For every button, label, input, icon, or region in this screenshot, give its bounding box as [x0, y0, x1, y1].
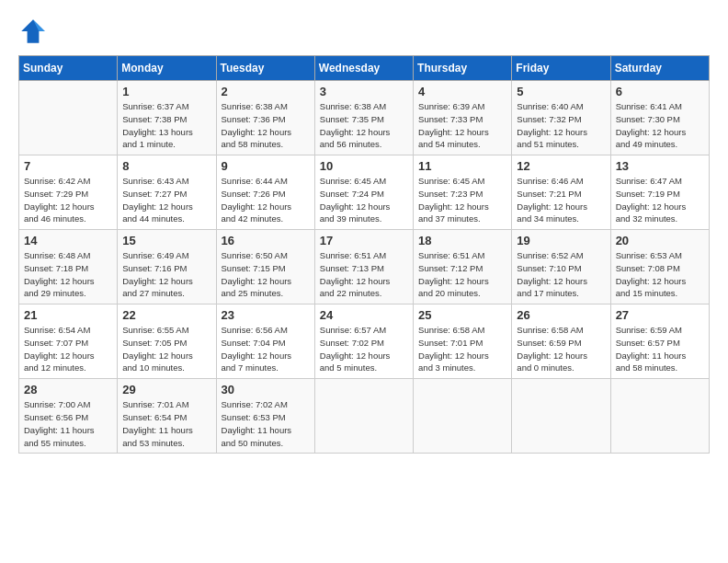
calendar-cell: 27Sunrise: 6:59 AM Sunset: 6:57 PM Dayli… [610, 304, 709, 379]
day-number: 18 [418, 234, 506, 247]
day-info: Sunrise: 6:56 AM Sunset: 7:04 PM Dayligh… [222, 324, 310, 374]
calendar-week-row: 7Sunrise: 6:42 AM Sunset: 7:29 PM Daylig… [19, 155, 710, 230]
day-info: Sunrise: 6:38 AM Sunset: 7:36 PM Dayligh… [222, 100, 310, 151]
day-info: Sunrise: 6:51 AM Sunset: 7:12 PM Dayligh… [418, 249, 506, 300]
calendar-cell: 7Sunrise: 6:42 AM Sunset: 7:29 PM Daylig… [19, 155, 118, 230]
day-info: Sunrise: 7:01 AM Sunset: 6:54 PM Dayligh… [122, 398, 210, 449]
day-info: Sunrise: 6:45 AM Sunset: 7:23 PM Dayligh… [418, 175, 506, 225]
calendar-cell: 2Sunrise: 6:38 AM Sunset: 7:36 PM Daylig… [216, 81, 314, 155]
day-info: Sunrise: 6:38 AM Sunset: 7:35 PM Dayligh… [320, 100, 408, 151]
day-number: 6 [616, 85, 704, 98]
logo [18, 17, 51, 46]
day-number: 3 [320, 85, 408, 98]
calendar-cell: 10Sunrise: 6:45 AM Sunset: 7:24 PM Dayli… [314, 155, 413, 230]
calendar-table: SundayMondayTuesdayWednesdayThursdayFrid… [18, 55, 710, 454]
calendar-cell: 1Sunrise: 6:37 AM Sunset: 7:38 PM Daylig… [118, 81, 216, 155]
day-number: 28 [24, 383, 112, 396]
day-number: 20 [616, 234, 704, 247]
calendar-week-row: 21Sunrise: 6:54 AM Sunset: 7:07 PM Dayli… [19, 304, 710, 379]
weekday-header: Tuesday [216, 56, 314, 81]
calendar-cell: 23Sunrise: 6:56 AM Sunset: 7:04 PM Dayli… [216, 304, 314, 379]
calendar-week-row: 28Sunrise: 7:00 AM Sunset: 6:56 PM Dayli… [19, 379, 710, 454]
day-info: Sunrise: 6:40 AM Sunset: 7:32 PM Dayligh… [517, 100, 605, 151]
calendar-cell: 6Sunrise: 6:41 AM Sunset: 7:30 PM Daylig… [610, 81, 709, 155]
calendar-cell: 13Sunrise: 6:47 AM Sunset: 7:19 PM Dayli… [610, 155, 709, 230]
day-info: Sunrise: 6:59 AM Sunset: 6:57 PM Dayligh… [616, 324, 704, 374]
day-number: 19 [517, 234, 605, 247]
calendar-cell: 15Sunrise: 6:49 AM Sunset: 7:16 PM Dayli… [118, 230, 216, 304]
day-number: 13 [616, 159, 704, 173]
day-info: Sunrise: 6:46 AM Sunset: 7:21 PM Dayligh… [517, 175, 605, 225]
calendar-cell: 22Sunrise: 6:55 AM Sunset: 7:05 PM Dayli… [118, 304, 216, 379]
calendar-cell: 18Sunrise: 6:51 AM Sunset: 7:12 PM Dayli… [414, 230, 512, 304]
logo-icon [18, 17, 48, 46]
day-info: Sunrise: 6:53 AM Sunset: 7:08 PM Dayligh… [616, 249, 704, 300]
weekday-header-row: SundayMondayTuesdayWednesdayThursdayFrid… [19, 56, 710, 81]
day-info: Sunrise: 6:49 AM Sunset: 7:16 PM Dayligh… [122, 249, 210, 300]
calendar-cell: 17Sunrise: 6:51 AM Sunset: 7:13 PM Dayli… [314, 230, 413, 304]
day-info: Sunrise: 6:57 AM Sunset: 7:02 PM Dayligh… [320, 324, 408, 374]
day-info: Sunrise: 6:43 AM Sunset: 7:27 PM Dayligh… [122, 175, 210, 225]
day-number: 29 [122, 383, 210, 396]
day-number: 15 [122, 234, 210, 247]
weekday-header: Thursday [414, 56, 512, 81]
day-info: Sunrise: 6:47 AM Sunset: 7:19 PM Dayligh… [616, 175, 704, 225]
day-number: 1 [122, 85, 210, 98]
day-info: Sunrise: 6:58 AM Sunset: 6:59 PM Dayligh… [517, 324, 605, 374]
day-number: 16 [222, 234, 310, 247]
weekday-header: Monday [118, 56, 216, 81]
day-number: 7 [24, 159, 112, 173]
weekday-header: Friday [512, 56, 610, 81]
calendar-cell: 9Sunrise: 6:44 AM Sunset: 7:26 PM Daylig… [216, 155, 314, 230]
calendar-cell [314, 379, 413, 454]
day-number: 27 [616, 308, 704, 322]
day-info: Sunrise: 6:55 AM Sunset: 7:05 PM Dayligh… [122, 324, 210, 374]
calendar-week-row: 14Sunrise: 6:48 AM Sunset: 7:18 PM Dayli… [19, 230, 710, 304]
day-info: Sunrise: 6:51 AM Sunset: 7:13 PM Dayligh… [320, 249, 408, 300]
day-number: 12 [517, 159, 605, 173]
main-container: SundayMondayTuesdayWednesdayThursdayFrid… [0, 0, 728, 463]
day-number: 23 [222, 308, 310, 322]
calendar-cell: 19Sunrise: 6:52 AM Sunset: 7:10 PM Dayli… [512, 230, 610, 304]
day-number: 11 [418, 159, 506, 173]
calendar-cell: 28Sunrise: 7:00 AM Sunset: 6:56 PM Dayli… [19, 379, 118, 454]
calendar-cell: 3Sunrise: 6:38 AM Sunset: 7:35 PM Daylig… [314, 81, 413, 155]
calendar-cell: 11Sunrise: 6:45 AM Sunset: 7:23 PM Dayli… [414, 155, 512, 230]
day-info: Sunrise: 6:37 AM Sunset: 7:38 PM Dayligh… [122, 100, 210, 151]
weekday-header: Sunday [19, 56, 118, 81]
day-info: Sunrise: 6:54 AM Sunset: 7:07 PM Dayligh… [24, 324, 112, 374]
calendar-cell: 29Sunrise: 7:01 AM Sunset: 6:54 PM Dayli… [118, 379, 216, 454]
day-number: 25 [418, 308, 506, 322]
header [18, 17, 710, 46]
day-number: 9 [222, 159, 310, 173]
day-info: Sunrise: 7:02 AM Sunset: 6:53 PM Dayligh… [222, 398, 310, 449]
calendar-cell: 20Sunrise: 6:53 AM Sunset: 7:08 PM Dayli… [610, 230, 709, 304]
calendar-cell: 5Sunrise: 6:40 AM Sunset: 7:32 PM Daylig… [512, 81, 610, 155]
day-info: Sunrise: 6:50 AM Sunset: 7:15 PM Dayligh… [222, 249, 310, 300]
day-info: Sunrise: 6:48 AM Sunset: 7:18 PM Dayligh… [24, 249, 112, 300]
calendar-cell: 21Sunrise: 6:54 AM Sunset: 7:07 PM Dayli… [19, 304, 118, 379]
calendar-cell: 14Sunrise: 6:48 AM Sunset: 7:18 PM Dayli… [19, 230, 118, 304]
calendar-cell: 12Sunrise: 6:46 AM Sunset: 7:21 PM Dayli… [512, 155, 610, 230]
day-info: Sunrise: 6:41 AM Sunset: 7:30 PM Dayligh… [616, 100, 704, 151]
day-number: 5 [517, 85, 605, 98]
day-number: 8 [122, 159, 210, 173]
day-info: Sunrise: 6:39 AM Sunset: 7:33 PM Dayligh… [418, 100, 506, 151]
day-number: 17 [320, 234, 408, 247]
day-number: 4 [418, 85, 506, 98]
calendar-cell: 26Sunrise: 6:58 AM Sunset: 6:59 PM Dayli… [512, 304, 610, 379]
day-number: 14 [24, 234, 112, 247]
calendar-cell [512, 379, 610, 454]
calendar-cell: 30Sunrise: 7:02 AM Sunset: 6:53 PM Dayli… [216, 379, 314, 454]
calendar-cell: 25Sunrise: 6:58 AM Sunset: 7:01 PM Dayli… [414, 304, 512, 379]
day-number: 21 [24, 308, 112, 322]
calendar-cell: 16Sunrise: 6:50 AM Sunset: 7:15 PM Dayli… [216, 230, 314, 304]
calendar-cell [610, 379, 709, 454]
calendar-week-row: 1Sunrise: 6:37 AM Sunset: 7:38 PM Daylig… [19, 81, 710, 155]
day-number: 24 [320, 308, 408, 322]
day-info: Sunrise: 6:45 AM Sunset: 7:24 PM Dayligh… [320, 175, 408, 225]
calendar-cell: 4Sunrise: 6:39 AM Sunset: 7:33 PM Daylig… [414, 81, 512, 155]
weekday-header: Wednesday [314, 56, 413, 81]
day-info: Sunrise: 6:52 AM Sunset: 7:10 PM Dayligh… [517, 249, 605, 300]
day-info: Sunrise: 6:58 AM Sunset: 7:01 PM Dayligh… [418, 324, 506, 374]
